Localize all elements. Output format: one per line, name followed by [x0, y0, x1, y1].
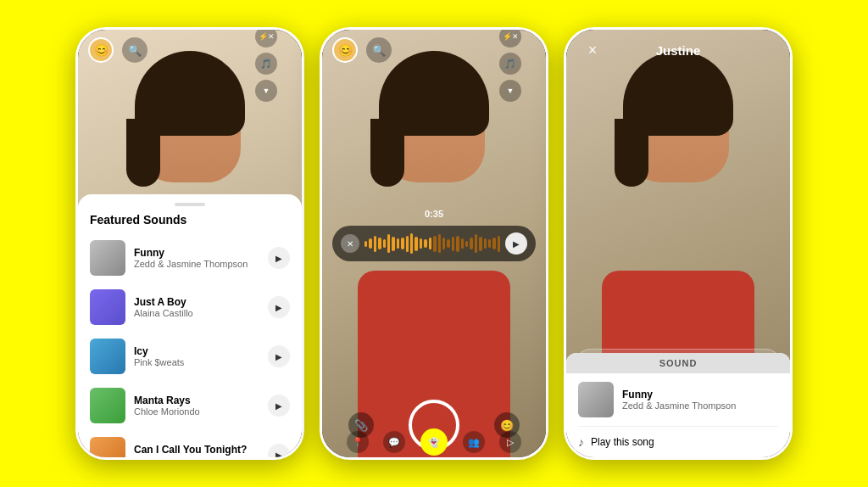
waveform-bar: 0:35 ✕ ▶ [332, 226, 536, 261]
waveform-bar-segment [383, 239, 386, 248]
location-icon[interactable]: 📍 [347, 431, 369, 453]
flash-button-2[interactable]: ⚡✕ [499, 27, 521, 48]
sound-artist-manta: Chloe Moriondo [134, 406, 259, 417]
waveform-bar-segment [406, 236, 409, 252]
waveform-bar-segment [475, 234, 477, 253]
music-button-2[interactable]: 🎵 [499, 53, 521, 75]
sound-name-manta: Manta Rays [134, 395, 259, 406]
sound-card-name: Funny [622, 389, 778, 400]
waveform-bar-segment [461, 238, 464, 249]
sound-info-icy: Icy Pink $weats [134, 345, 259, 367]
waveform-bar-segment [374, 236, 376, 252]
waveform-bar-segment [452, 237, 454, 251]
play-song-label: Play this song [591, 436, 654, 448]
waveform-bar-segment [438, 234, 441, 253]
waveform-bar-segment [387, 234, 390, 253]
sound-card-info: Funny Zedd & Jasmine Thompson [622, 389, 778, 411]
sound-name-justboy: Just A Boy [134, 296, 259, 308]
waveform-timer: 0:35 [425, 209, 443, 219]
sound-info-justboy: Just A Boy Alaina Castillo [134, 296, 259, 318]
waveform-bar-segment [447, 239, 449, 248]
reply-header-title: Justine [605, 43, 751, 58]
waveform-bar-segment [369, 238, 371, 249]
sound-card-artist: Zedd & Jasmine Thompson [622, 400, 778, 411]
waveform-bar-segment [488, 239, 491, 248]
waveform-bar-segment [424, 239, 426, 248]
waveform-bar-segment [484, 238, 487, 249]
sound-card-item[interactable]: Funny Zedd & Jasmine Thompson [566, 373, 790, 426]
phones-container: 😊 🔍 +👤 ⬜ ⚡✕ 🎵 ▼ Featured Sounds Fu [75, 27, 793, 460]
sound-thumb-justboy [90, 289, 125, 325]
top-bar-left-2: 😊 🔍 [332, 37, 392, 63]
sound-item-icy[interactable]: Icy Pink $weats ▶ [78, 332, 302, 381]
music-note-icon: ♪ [578, 435, 584, 449]
waveform-bar-segment [378, 238, 381, 249]
top-bar-1: 😊 🔍 +👤 ⬜ ⚡✕ 🎵 ▼ [78, 30, 302, 70]
play-song-row[interactable]: ♪ Play this song [566, 427, 790, 457]
top-bar-right-1: +👤 ⬜ ⚡✕ 🎵 ▼ [241, 27, 292, 102]
chevron-down-button-2[interactable]: ▼ [499, 80, 521, 102]
sound-item-calltonight[interactable]: Can I Call You Tonight? Dayglow ▶ [78, 430, 302, 460]
top-bar-2: 😊 🔍 +👤 ⬜ ⚡✕ 🎵 ▼ [322, 30, 546, 70]
friends-icon[interactable]: 👥 [463, 431, 485, 453]
sound-thumb-funny [90, 240, 125, 276]
waveform-close-button[interactable]: ✕ [341, 234, 359, 253]
avatar-2[interactable]: 😊 [332, 37, 358, 63]
sound-card: SOUND Funny Zedd & Jasmine Thompson ♪ Pl… [566, 353, 790, 457]
chat-icon[interactable]: 💬 [383, 431, 405, 453]
music-button-1[interactable]: 🎵 [255, 53, 277, 75]
play-btn-funny[interactable]: ▶ [268, 247, 290, 269]
sound-thumb-manta [90, 388, 125, 423]
top-bar-left-1: 😊 🔍 [88, 37, 147, 63]
sound-artist-icy: Pink $weats [134, 357, 259, 367]
sound-item-justboy[interactable]: Just A Boy Alaina Castillo ▶ [78, 283, 302, 332]
sound-info-manta: Manta Rays Chloe Moriondo [134, 395, 259, 417]
sound-thumb-calltonight [90, 437, 125, 460]
sound-artist-funny: Zedd & Jasmine Thompson [134, 259, 259, 269]
waveform-play-button[interactable]: ▶ [505, 232, 527, 255]
waveform-bar-segment [401, 238, 403, 249]
top-bar-right-2: +👤 ⬜ ⚡✕ 🎵 ▼ [485, 27, 536, 102]
chevron-down-button-1[interactable]: ▼ [255, 80, 277, 102]
waveform-bar-segment [498, 236, 500, 252]
search-button-1[interactable]: 🔍 [122, 37, 147, 63]
snap-icon[interactable]: 👻 [420, 428, 448, 456]
sound-name-calltonight: Can I Call You Tonight? [134, 444, 259, 456]
waveform-bar-segment [479, 237, 481, 251]
avatar-1[interactable]: 😊 [88, 37, 114, 63]
waveform-visual [364, 233, 500, 254]
waveform-bar-segment [364, 241, 367, 247]
play-btn-manta[interactable]: ▶ [268, 395, 290, 417]
sounds-panel-title: Featured Sounds [78, 213, 302, 233]
play-btn-justboy[interactable]: ▶ [268, 296, 290, 318]
waveform-bar-segment [410, 233, 413, 254]
waveform-bar-segment [492, 238, 495, 249]
reply-header: × Justine [566, 30, 790, 70]
phone-1: 😊 🔍 +👤 ⬜ ⚡✕ 🎵 ▼ Featured Sounds Fu [75, 27, 304, 460]
play-btn-calltonight[interactable]: ▶ [268, 444, 290, 460]
flash-button-1[interactable]: ⚡✕ [255, 27, 277, 48]
panel-handle [175, 203, 205, 206]
waveform-bar-segment [433, 236, 436, 252]
sound-thumb-icy [90, 339, 125, 374]
waveform-bar-segment [470, 238, 472, 249]
play-stories-icon[interactable]: ▷ [499, 431, 521, 453]
waveform-bar-segment [442, 238, 445, 249]
close-button-3[interactable]: × [580, 42, 605, 59]
sounds-panel: Featured Sounds Funny Zedd & Jasmine Tho… [78, 194, 302, 457]
waveform-bar-segment [429, 238, 431, 249]
sound-item-funny[interactable]: Funny Zedd & Jasmine Thompson ▶ [78, 233, 302, 283]
phone-3: × Justine 📷 Reply to Justine 🎤 😊 🏷 SOUND… [564, 27, 793, 460]
waveform-bar-segment [415, 237, 417, 251]
waveform-bar-segment [456, 236, 459, 252]
waveform-bar-segment [397, 238, 399, 249]
sound-info-calltonight: Can I Call You Tonight? Dayglow [134, 444, 259, 460]
play-btn-icy[interactable]: ▶ [268, 345, 290, 367]
sound-card-header-label: SOUND [566, 353, 790, 373]
sound-name-funny: Funny [134, 247, 259, 259]
sound-artist-justboy: Alaina Castillo [134, 308, 259, 318]
sound-artist-calltonight: Dayglow [134, 456, 259, 460]
sound-item-manta[interactable]: Manta Rays Chloe Moriondo ▶ [78, 381, 302, 430]
search-button-2[interactable]: 🔍 [366, 37, 392, 63]
sound-card-thumb [578, 382, 614, 417]
